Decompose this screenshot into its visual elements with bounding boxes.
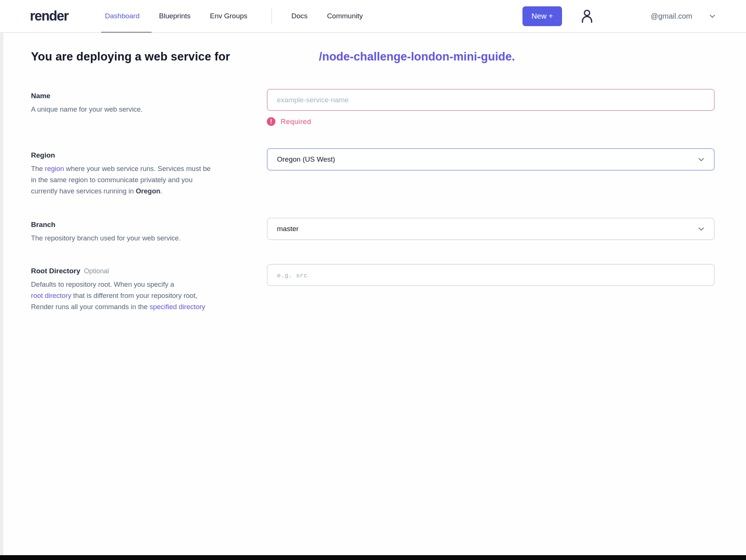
specified-directory-docs-link[interactable]: specified directory [150,303,205,311]
page-edge-strip [0,33,3,560]
branch-select[interactable]: master [267,218,715,240]
region-desc-text: in the same region to communicate privat… [31,174,250,186]
name-description: A unique name for your web service. [31,104,250,115]
branch-field-info: Branch The repository branch used for yo… [31,218,250,244]
top-nav: render Dashboard Blueprints Env Groups D… [0,0,746,33]
root-desc-text: Defaults to repository root. When you sp… [31,279,250,290]
service-name-input[interactable] [267,89,715,111]
root-directory-label: Root Directory [31,267,80,275]
form-row-root-directory: Root DirectoryOptional Defaults to repos… [31,264,746,312]
form-row-name: Name A unique name for your web service.… [31,89,746,126]
region-desc-text: The [31,165,45,172]
required-error-text: Required [281,118,311,126]
account-email: @gmail.com [651,12,692,21]
name-label: Name [31,92,250,100]
root-directory-docs-link[interactable]: root directory [31,292,71,299]
nav-item-blueprints[interactable]: Blueprints [159,0,191,32]
region-description: The region where your web service runs. … [31,163,250,197]
nav-links: Dashboard Blueprints Env Groups Docs Com… [105,0,382,32]
account-menu[interactable]: @gmail.com [651,12,717,21]
region-select[interactable]: Oregon (US West) [267,148,715,171]
optional-tag: Optional [84,267,109,275]
region-select-value: Oregon (US West) [277,155,335,164]
region-desc-text: . [160,187,162,195]
branch-select-value: master [277,225,299,233]
region-desc-oregon: Oregon [136,187,160,195]
render-logo[interactable]: render [30,8,68,24]
root-directory-description: Defaults to repository root. When you sp… [31,279,250,312]
region-label: Region [31,151,250,159]
page-title: You are deploying a web service for /nod… [31,50,746,63]
nav-item-docs[interactable]: Docs [291,0,308,32]
nav-right: New + @gmail.com [522,6,717,26]
name-error: ! Required [267,117,715,126]
chevron-down-icon [697,224,706,233]
root-desc-text: that is different from your repository r… [71,292,197,299]
branch-description: The repository branch used for your web … [31,233,250,244]
chevron-down-icon [708,12,717,21]
page-title-prefix: You are deploying a web service for [31,50,230,63]
deploy-web-service-page: render Dashboard Blueprints Env Groups D… [0,0,746,560]
chevron-down-icon [697,155,706,164]
region-desc-text: where your web service runs. Services mu… [64,165,210,172]
required-error-icon: ! [267,117,275,126]
root-directory-input[interactable] [267,264,715,286]
nav-item-community[interactable]: Community [327,0,363,32]
root-desc-text: Render runs all your commands in the [31,303,150,311]
name-field-info: Name A unique name for your web service. [31,89,250,115]
root-directory-field-info: Root DirectoryOptional Defaults to repos… [31,264,250,312]
region-docs-link[interactable]: region [45,165,64,172]
nav-item-env-groups[interactable]: Env Groups [210,0,247,32]
form-row-region: Region The region where your web service… [31,148,746,197]
bottom-black-bar [0,555,746,560]
new-button[interactable]: New + [522,6,562,26]
user-icon[interactable] [579,8,595,24]
repo-path-link[interactable]: /node-challenge-london-mini-guide. [319,50,515,63]
nav-divider [271,8,272,24]
nav-item-dashboard[interactable]: Dashboard [105,0,140,32]
form-row-branch: Branch The repository branch used for yo… [31,218,746,244]
main-content: You are deploying a web service for /nod… [0,50,746,312]
region-desc-text: currently have services running in [31,187,136,195]
branch-label: Branch [31,221,250,229]
region-field-info: Region The region where your web service… [31,148,250,197]
